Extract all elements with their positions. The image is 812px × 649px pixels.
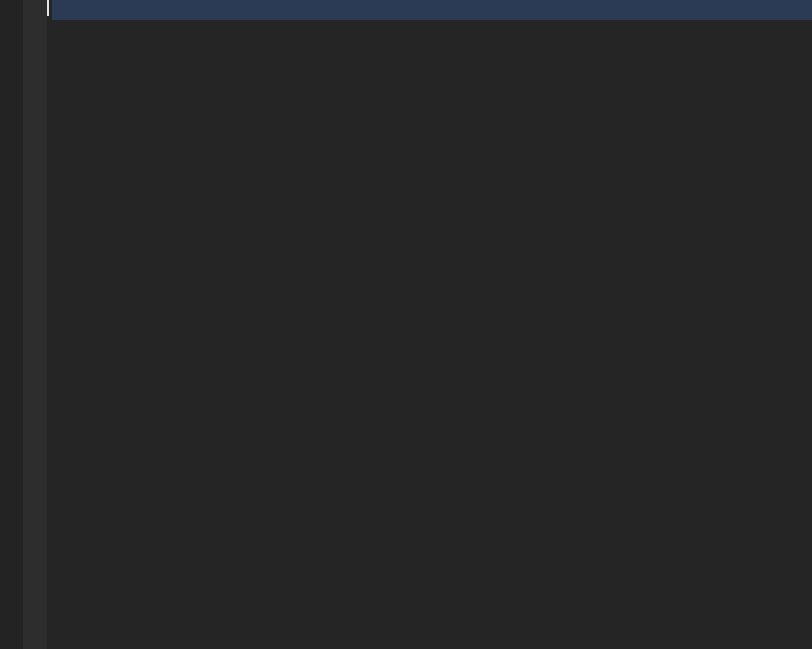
fold-gutter — [23, 0, 47, 649]
code-editor-text-area[interactable] — [47, 0, 812, 649]
text-cursor — [47, 0, 49, 16]
line-number-gutter — [0, 0, 23, 649]
script-editor — [0, 0, 812, 649]
current-line-highlight — [52, 0, 812, 20]
